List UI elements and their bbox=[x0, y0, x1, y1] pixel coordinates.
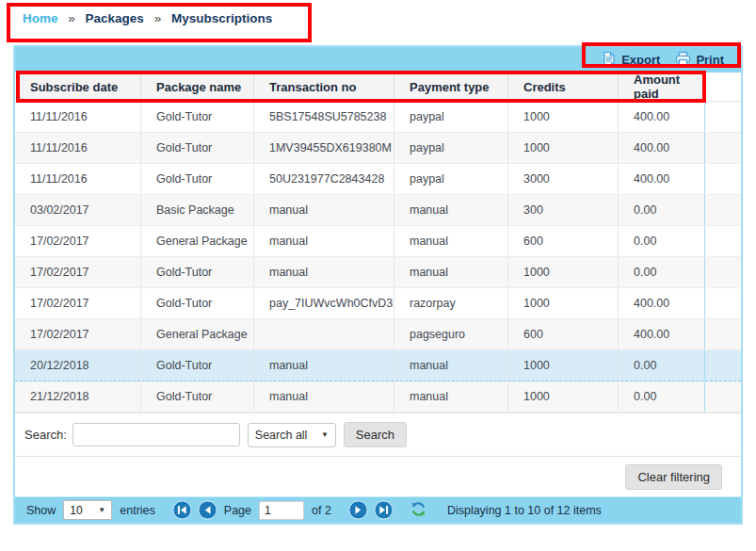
table-row[interactable]: 17/02/2017Gold-Tutorpay_7IUWvcWh0CfvD3ra… bbox=[15, 288, 741, 319]
table-cell: manual bbox=[394, 195, 508, 225]
table-cell: 0.00 bbox=[619, 257, 705, 287]
table-cell: Basic Package bbox=[141, 195, 254, 225]
table-cell: 21/12/2018 bbox=[15, 381, 141, 412]
table-cell: 11/11/2016 bbox=[15, 164, 141, 194]
search-button[interactable]: Search bbox=[344, 422, 407, 447]
table-cell bbox=[254, 319, 394, 349]
table-cell: Gold-Tutor bbox=[141, 288, 254, 318]
last-page-button[interactable] bbox=[374, 500, 394, 520]
table-cell: 1MV39455DX619380M bbox=[254, 133, 394, 163]
table-cell: 0.00 bbox=[619, 195, 705, 225]
table-cell: 5BS17548SU5785238 bbox=[254, 102, 394, 132]
column-header-credits[interactable]: Credits bbox=[508, 73, 619, 101]
table-cell: paypal bbox=[394, 102, 508, 132]
table-cell: 1000 bbox=[508, 133, 619, 163]
column-header-payment-type[interactable]: Payment type bbox=[394, 73, 508, 101]
clear-filter-bar: Clear filtering bbox=[15, 456, 741, 496]
table-cell: 17/02/2017 bbox=[15, 226, 141, 256]
column-header-subscribe-date[interactable]: Subscribe date bbox=[15, 73, 141, 101]
column-header-transaction-no[interactable]: Transaction no bbox=[254, 73, 394, 101]
search-scope-select[interactable]: Search all ▼ bbox=[248, 423, 336, 447]
table-cell: manual bbox=[394, 226, 508, 256]
table-row[interactable]: 20/12/2018Gold-Tutormanualmanual10000.00 bbox=[15, 350, 741, 381]
total-pages-label: of 2 bbox=[312, 504, 331, 517]
refresh-icon[interactable] bbox=[410, 500, 429, 520]
row-filler bbox=[705, 102, 741, 132]
page-label: Page bbox=[224, 504, 251, 517]
table-cell: 0.00 bbox=[619, 350, 705, 381]
table-cell: General Package bbox=[141, 319, 254, 349]
table-cell: 11/11/2016 bbox=[15, 133, 141, 163]
page-size-select[interactable]: 10 ▼ bbox=[63, 500, 112, 520]
table-cell: 0.00 bbox=[619, 381, 705, 412]
column-header-amount-paid[interactable]: Amount paid bbox=[619, 73, 705, 101]
table-cell: Gold-Tutor bbox=[141, 102, 254, 132]
table-cell: 0.00 bbox=[619, 226, 705, 256]
table-cell: 11/11/2016 bbox=[15, 102, 141, 132]
table-row[interactable]: 17/02/2017General Packagemanualmanual600… bbox=[15, 226, 741, 257]
table-cell: pagseguro bbox=[394, 319, 508, 349]
table-cell: 400.00 bbox=[619, 288, 705, 318]
table-body: 11/11/2016Gold-Tutor5BS17548SU5785238pay… bbox=[15, 102, 741, 413]
breadcrumb-separator: » bbox=[154, 11, 162, 25]
table-cell: manual bbox=[394, 381, 508, 412]
search-label: Search: bbox=[24, 428, 67, 442]
table-cell: 400.00 bbox=[619, 102, 705, 132]
export-document-icon bbox=[602, 51, 617, 69]
breadcrumb-link-packages[interactable]: Packages bbox=[86, 11, 144, 25]
previous-page-button[interactable] bbox=[198, 500, 217, 520]
search-input[interactable] bbox=[72, 423, 240, 446]
search-scope-value: Search all bbox=[255, 429, 308, 442]
table-row[interactable]: 11/11/2016Gold-Tutor5BS17548SU5785238pay… bbox=[15, 102, 741, 133]
table-cell: 400.00 bbox=[619, 133, 705, 163]
table-row[interactable]: 11/11/2016Gold-Tutor1MV39455DX619380Mpay… bbox=[15, 133, 741, 164]
column-header-package-name[interactable]: Package name bbox=[141, 73, 254, 101]
entries-label: entries bbox=[120, 504, 155, 517]
row-filler bbox=[705, 133, 741, 163]
table-cell: manual bbox=[254, 257, 394, 287]
pager-status: Displaying 1 to 10 of 12 items bbox=[447, 504, 602, 517]
table-cell: 1000 bbox=[508, 381, 619, 412]
export-label: Export bbox=[621, 53, 660, 67]
row-filler bbox=[705, 257, 741, 287]
table-row[interactable]: 11/11/2016Gold-Tutor50U231977C2843428pay… bbox=[15, 164, 741, 195]
page-number-input[interactable] bbox=[259, 501, 304, 520]
table-cell: 50U231977C2843428 bbox=[254, 164, 394, 194]
table-cell: Gold-Tutor bbox=[141, 257, 254, 287]
table-cell: 400.00 bbox=[619, 319, 705, 349]
table-cell: 1000 bbox=[508, 350, 619, 381]
row-filler bbox=[705, 350, 741, 381]
table-cell: 17/02/2017 bbox=[15, 257, 141, 287]
table-cell: 17/02/2017 bbox=[15, 288, 141, 318]
clear-filtering-button[interactable]: Clear filtering bbox=[625, 464, 722, 490]
table-cell: 1000 bbox=[508, 102, 619, 132]
table-cell: paypal bbox=[394, 133, 508, 163]
breadcrumb-item-mysubscriptions: Mysubscriptions bbox=[171, 11, 272, 25]
table-cell: razorpay bbox=[394, 288, 508, 318]
table-row[interactable]: 03/02/2017Basic Packagemanualmanual3000.… bbox=[15, 195, 741, 226]
row-filler bbox=[705, 195, 741, 225]
table-row[interactable]: 21/12/2018Gold-Tutormanualmanual10000.00 bbox=[15, 381, 741, 413]
next-page-button[interactable] bbox=[348, 500, 368, 520]
table-cell: manual bbox=[394, 350, 508, 381]
table-cell: General Package bbox=[141, 226, 254, 256]
table-cell: Gold-Tutor bbox=[141, 381, 254, 412]
table-cell: 1000 bbox=[508, 257, 619, 287]
table-row[interactable]: 17/02/2017Gold-Tutormanualmanual10000.00 bbox=[15, 257, 741, 288]
first-page-button[interactable] bbox=[172, 500, 192, 520]
table-cell: Gold-Tutor bbox=[141, 133, 254, 163]
row-filler bbox=[705, 288, 741, 318]
show-label: Show bbox=[26, 504, 56, 517]
breadcrumb-link-home[interactable]: Home bbox=[23, 11, 58, 25]
search-bar: Search: Search all ▼ Search bbox=[15, 413, 741, 456]
table-cell: 600 bbox=[508, 319, 619, 349]
print-button[interactable]: Print bbox=[675, 51, 724, 69]
row-filler bbox=[705, 319, 741, 349]
table-cell: Gold-Tutor bbox=[141, 350, 254, 381]
table-row[interactable]: 17/02/2017General Packagepagseguro600400… bbox=[15, 319, 741, 350]
table-cell: manual bbox=[394, 257, 508, 287]
table-cell: 3000 bbox=[508, 164, 619, 194]
print-label: Print bbox=[696, 53, 724, 67]
export-button[interactable]: Export bbox=[602, 51, 660, 69]
table-cell: 1000 bbox=[508, 288, 619, 318]
